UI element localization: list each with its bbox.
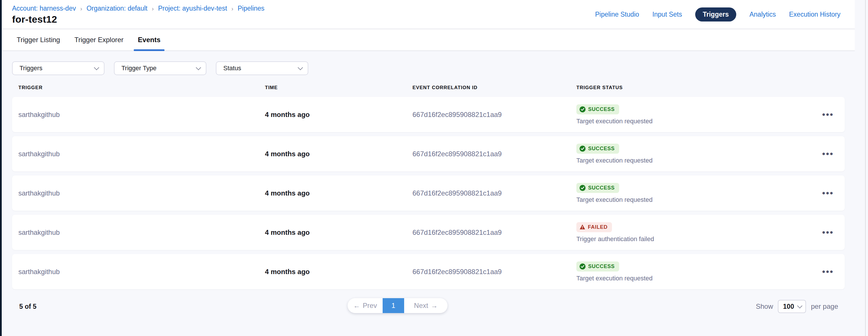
chevron-down-icon (196, 65, 201, 70)
event-correlation-id: 667d16f2ec895908821c1aa9 (412, 229, 577, 237)
pagination-summary: 5 of 5 (19, 303, 36, 310)
breadcrumb: Account: harness-dev › Organization: def… (12, 5, 265, 12)
breadcrumb-link-pipelines[interactable]: Pipelines (238, 5, 265, 12)
event-time: 4 months ago (265, 111, 412, 119)
tab-bar: Trigger Listing Trigger Explorer Events (2, 29, 855, 51)
event-correlation-id: 667d16f2ec895908821c1aa9 (412, 150, 577, 158)
status-detail: Trigger authentication failed (577, 235, 654, 243)
prev-label: Prev (363, 302, 377, 310)
event-correlation-id: 667d16f2ec895908821c1aa9 (412, 111, 577, 119)
right-arrow-icon: → (431, 302, 438, 310)
status-filter-select[interactable]: Status (216, 61, 308, 75)
chevron-down-icon (797, 303, 803, 308)
status-badge: SUCCESS (577, 104, 619, 114)
warning-triangle-icon (580, 224, 585, 230)
nav-link-input-sets[interactable]: Input Sets (652, 11, 682, 18)
chevron-down-icon (298, 65, 303, 70)
row-menu-button[interactable]: ••• (822, 190, 834, 197)
check-circle-icon (580, 185, 586, 191)
nav-pill-triggers[interactable]: Triggers (695, 7, 736, 22)
show-label: Show (756, 302, 773, 310)
next-page-button[interactable]: Next → (404, 298, 447, 313)
status-badge: FAILED (577, 222, 612, 232)
breadcrumb-link-organization[interactable]: Organization: default (86, 5, 147, 12)
row-menu-button[interactable]: ••• (822, 150, 834, 157)
events-table-body: sarthakgithub 4 months ago 667d16f2ec895… (12, 97, 845, 289)
check-circle-icon (580, 146, 586, 152)
scrollbar-line (865, 0, 866, 336)
event-row: sarthakgithub 4 months ago 667d16f2ec895… (12, 175, 845, 211)
breadcrumb-separator: › (152, 5, 154, 12)
check-circle-icon (580, 106, 586, 112)
event-row: sarthakgithub 4 months ago 667d16f2ec895… (12, 97, 845, 132)
event-time: 4 months ago (265, 150, 412, 158)
breadcrumb-link-account[interactable]: Account: harness-dev (12, 5, 76, 12)
triggers-filter-label: Triggers (20, 65, 42, 72)
status-filter-label: Status (223, 65, 241, 72)
table-header: TRIGGER TIME EVENT CORRELATION ID TRIGGE… (12, 81, 845, 94)
column-header-trigger-status: TRIGGER STATUS (577, 85, 817, 91)
row-menu-button[interactable]: ••• (822, 111, 834, 118)
trigger-name: sarthakgithub (19, 229, 265, 237)
page-size-value: 100 (783, 303, 794, 310)
status-badge-label: SUCCESS (588, 106, 615, 112)
tab-events[interactable]: Events (136, 29, 162, 51)
column-header-trigger: TRIGGER (19, 85, 265, 91)
status-detail: Target execution requested (577, 196, 652, 204)
triggers-filter-select[interactable]: Triggers (12, 61, 104, 75)
page-size-group: Show 100 per page (756, 300, 838, 313)
page-title: for-test12 (12, 14, 57, 25)
prev-page-button[interactable]: ← Prev (348, 298, 383, 313)
trigger-status-cell: SUCCESS Target execution requested (577, 262, 817, 282)
sidebar-edge (0, 0, 2, 336)
status-badge-label: SUCCESS (588, 185, 615, 191)
status-badge: SUCCESS (577, 262, 619, 271)
nav-link-analytics[interactable]: Analytics (749, 11, 776, 18)
breadcrumb-link-project[interactable]: Project: ayushi-dev-test (158, 5, 227, 12)
event-row: sarthakgithub 4 months ago 667d16f2ec895… (12, 136, 845, 171)
next-label: Next (414, 302, 428, 310)
per-page-label: per page (811, 302, 838, 310)
trigger-status-cell: SUCCESS Target execution requested (577, 144, 817, 164)
check-circle-icon (580, 264, 586, 269)
trigger-type-filter-select[interactable]: Trigger Type (114, 61, 206, 75)
nav-link-execution-history[interactable]: Execution History (789, 11, 840, 18)
status-badge: SUCCESS (577, 183, 619, 193)
page-1-button[interactable]: 1 (383, 298, 404, 313)
event-correlation-id: 667d16f2ec895908821c1aa9 (412, 268, 577, 276)
row-menu-button[interactable]: ••• (822, 268, 834, 275)
status-detail: Target execution requested (577, 117, 652, 125)
event-correlation-id: 667d16f2ec895908821c1aa9 (412, 189, 577, 197)
pager: ← Prev 1 Next → (348, 298, 447, 313)
top-nav: Pipeline Studio Input Sets Triggers Anal… (595, 0, 840, 29)
trigger-name: sarthakgithub (19, 189, 265, 197)
breadcrumb-separator: › (80, 5, 82, 12)
event-row: sarthakgithub 4 months ago 667d16f2ec895… (12, 254, 845, 289)
trigger-status-cell: SUCCESS Target execution requested (577, 104, 817, 125)
trigger-name: sarthakgithub (19, 111, 265, 119)
trigger-type-filter-label: Trigger Type (121, 65, 156, 72)
pipeline-triggers-events-page: { "breadcrumb": { "separator": "›", "ite… (0, 0, 868, 336)
column-header-time: TIME (265, 85, 412, 91)
trigger-name: sarthakgithub (19, 150, 265, 158)
trigger-status-cell: FAILED Trigger authentication failed (577, 222, 817, 243)
trigger-status-cell: SUCCESS Target execution requested (577, 183, 817, 204)
status-badge-label: SUCCESS (588, 146, 615, 152)
status-detail: Target execution requested (577, 157, 652, 164)
page-header: Account: harness-dev › Organization: def… (2, 0, 855, 29)
tab-trigger-explorer[interactable]: Trigger Explorer (73, 29, 125, 51)
chevron-down-icon (94, 65, 99, 70)
event-time: 4 months ago (265, 229, 412, 237)
breadcrumb-separator: › (231, 5, 234, 12)
row-menu-button[interactable]: ••• (822, 229, 834, 236)
tab-trigger-listing[interactable]: Trigger Listing (16, 29, 61, 51)
nav-link-pipeline-studio[interactable]: Pipeline Studio (595, 11, 639, 18)
page-size-select[interactable]: 100 (778, 300, 806, 313)
filter-bar: Triggers Trigger Type Status (12, 61, 308, 75)
event-time: 4 months ago (265, 268, 412, 276)
status-badge-label: SUCCESS (588, 264, 615, 269)
trigger-name: sarthakgithub (19, 268, 265, 276)
event-time: 4 months ago (265, 189, 412, 197)
status-detail: Target execution requested (577, 275, 652, 282)
pagination-bar: 5 of 5 ← Prev 1 Next → Show 100 per page (12, 298, 845, 315)
